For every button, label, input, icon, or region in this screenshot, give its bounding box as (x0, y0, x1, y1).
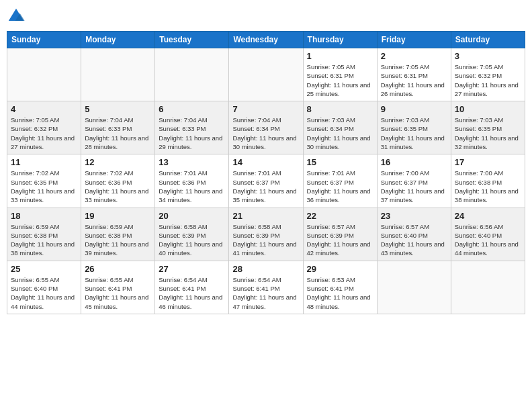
calendar-cell: 26Sunrise: 6:55 AM Sunset: 6:41 PM Dayli… (81, 261, 155, 314)
calendar-cell: 29Sunrise: 6:53 AM Sunset: 6:41 PM Dayli… (303, 261, 377, 314)
day-info: Sunrise: 7:02 AM Sunset: 6:35 PM Dayligh… (11, 169, 77, 204)
calendar-header-row: SundayMondayTuesdayWednesdayThursdayFrid… (7, 32, 525, 48)
calendar-cell: 21Sunrise: 6:58 AM Sunset: 6:39 PM Dayli… (229, 208, 303, 261)
day-number: 8 (307, 104, 373, 114)
day-number: 24 (455, 211, 521, 221)
day-info: Sunrise: 7:05 AM Sunset: 6:32 PM Dayligh… (455, 62, 521, 98)
calendar-cell (229, 48, 303, 101)
calendar-cell: 9Sunrise: 7:03 AM Sunset: 6:35 PM Daylig… (377, 101, 451, 154)
calendar-cell: 17Sunrise: 7:00 AM Sunset: 6:38 PM Dayli… (451, 154, 525, 208)
calendar-cell: 10Sunrise: 7:03 AM Sunset: 6:35 PM Dayli… (451, 101, 525, 154)
calendar-cell (451, 261, 525, 314)
day-info: Sunrise: 6:55 AM Sunset: 6:41 PM Dayligh… (85, 275, 151, 311)
calendar-cell: 27Sunrise: 6:54 AM Sunset: 6:41 PM Dayli… (155, 261, 229, 314)
day-info: Sunrise: 6:54 AM Sunset: 6:41 PM Dayligh… (232, 275, 299, 311)
day-number: 14 (232, 157, 299, 167)
calendar-cell: 13Sunrise: 7:01 AM Sunset: 6:36 PM Dayli… (155, 154, 229, 208)
calendar-page: SundayMondayTuesdayWednesdayThursdayFrid… (0, 0, 532, 411)
calendar-cell: 7Sunrise: 7:04 AM Sunset: 6:34 PM Daylig… (229, 101, 303, 154)
day-number: 9 (381, 104, 447, 114)
day-number: 29 (307, 264, 373, 274)
day-number: 21 (232, 211, 299, 221)
calendar-cell: 16Sunrise: 7:00 AM Sunset: 6:37 PM Dayli… (377, 154, 451, 208)
day-header-saturday: Saturday (451, 32, 525, 48)
day-info: Sunrise: 7:00 AM Sunset: 6:38 PM Dayligh… (455, 169, 521, 204)
day-info: Sunrise: 6:55 AM Sunset: 6:40 PM Dayligh… (11, 275, 77, 311)
day-info: Sunrise: 7:03 AM Sunset: 6:34 PM Dayligh… (307, 116, 373, 151)
calendar-cell: 14Sunrise: 7:01 AM Sunset: 6:37 PM Dayli… (229, 154, 303, 208)
day-info: Sunrise: 6:58 AM Sunset: 6:39 PM Dayligh… (159, 222, 225, 258)
day-header-wednesday: Wednesday (229, 32, 303, 48)
day-number: 3 (455, 51, 521, 61)
day-number: 17 (455, 157, 521, 167)
calendar-week-row: 18Sunrise: 6:59 AM Sunset: 6:38 PM Dayli… (7, 208, 525, 261)
day-info: Sunrise: 6:56 AM Sunset: 6:40 PM Dayligh… (455, 222, 521, 258)
day-info: Sunrise: 6:59 AM Sunset: 6:38 PM Dayligh… (11, 222, 77, 258)
logo (7, 7, 28, 26)
day-info: Sunrise: 7:04 AM Sunset: 6:34 PM Dayligh… (232, 116, 299, 151)
day-number: 18 (11, 211, 77, 221)
calendar-cell: 6Sunrise: 7:04 AM Sunset: 6:33 PM Daylig… (155, 101, 229, 154)
calendar-cell: 3Sunrise: 7:05 AM Sunset: 6:32 PM Daylig… (451, 48, 525, 101)
day-number: 13 (159, 157, 225, 167)
day-number: 16 (381, 157, 447, 167)
calendar-cell (377, 261, 451, 314)
day-info: Sunrise: 7:04 AM Sunset: 6:33 PM Dayligh… (159, 116, 225, 151)
day-number: 22 (307, 211, 373, 221)
day-number: 26 (85, 264, 151, 274)
day-number: 10 (455, 104, 521, 114)
day-info: Sunrise: 7:01 AM Sunset: 6:37 PM Dayligh… (307, 169, 373, 204)
day-info: Sunrise: 6:54 AM Sunset: 6:41 PM Dayligh… (159, 275, 225, 311)
day-number: 1 (307, 51, 373, 61)
calendar-cell: 20Sunrise: 6:58 AM Sunset: 6:39 PM Dayli… (155, 208, 229, 261)
calendar-cell: 2Sunrise: 7:05 AM Sunset: 6:31 PM Daylig… (377, 48, 451, 101)
calendar-cell: 5Sunrise: 7:04 AM Sunset: 6:33 PM Daylig… (81, 101, 155, 154)
day-header-thursday: Thursday (303, 32, 377, 48)
calendar-cell: 11Sunrise: 7:02 AM Sunset: 6:35 PM Dayli… (7, 154, 81, 208)
day-header-sunday: Sunday (7, 32, 81, 48)
day-info: Sunrise: 6:57 AM Sunset: 6:39 PM Dayligh… (307, 222, 373, 258)
day-info: Sunrise: 6:59 AM Sunset: 6:38 PM Dayligh… (85, 222, 151, 258)
calendar-week-row: 4Sunrise: 7:05 AM Sunset: 6:32 PM Daylig… (7, 101, 525, 154)
day-info: Sunrise: 7:00 AM Sunset: 6:37 PM Dayligh… (381, 169, 447, 204)
day-number: 19 (85, 211, 151, 221)
calendar-table: SundayMondayTuesdayWednesdayThursdayFrid… (7, 31, 525, 314)
day-info: Sunrise: 7:05 AM Sunset: 6:31 PM Dayligh… (307, 62, 373, 98)
calendar-cell: 28Sunrise: 6:54 AM Sunset: 6:41 PM Dayli… (229, 261, 303, 314)
day-number: 15 (307, 157, 373, 167)
day-info: Sunrise: 7:01 AM Sunset: 6:36 PM Dayligh… (159, 169, 225, 204)
calendar-cell: 4Sunrise: 7:05 AM Sunset: 6:32 PM Daylig… (7, 101, 81, 154)
day-info: Sunrise: 6:57 AM Sunset: 6:40 PM Dayligh… (381, 222, 447, 258)
day-number: 20 (159, 211, 225, 221)
calendar-cell: 12Sunrise: 7:02 AM Sunset: 6:36 PM Dayli… (81, 154, 155, 208)
calendar-week-row: 25Sunrise: 6:55 AM Sunset: 6:40 PM Dayli… (7, 261, 525, 314)
day-info: Sunrise: 7:05 AM Sunset: 6:31 PM Dayligh… (381, 62, 447, 98)
calendar-week-row: 11Sunrise: 7:02 AM Sunset: 6:35 PM Dayli… (7, 154, 525, 208)
day-number: 6 (159, 104, 225, 114)
day-header-tuesday: Tuesday (155, 32, 229, 48)
header (7, 7, 525, 26)
logo-icon (7, 7, 26, 26)
day-info: Sunrise: 6:53 AM Sunset: 6:41 PM Dayligh… (307, 275, 373, 311)
day-number: 7 (232, 104, 299, 114)
day-number: 27 (159, 264, 225, 274)
calendar-cell (155, 48, 229, 101)
day-info: Sunrise: 7:01 AM Sunset: 6:37 PM Dayligh… (232, 169, 299, 204)
day-number: 25 (11, 264, 77, 274)
calendar-cell: 1Sunrise: 7:05 AM Sunset: 6:31 PM Daylig… (303, 48, 377, 101)
calendar-cell: 23Sunrise: 6:57 AM Sunset: 6:40 PM Dayli… (377, 208, 451, 261)
calendar-cell: 25Sunrise: 6:55 AM Sunset: 6:40 PM Dayli… (7, 261, 81, 314)
day-number: 2 (381, 51, 447, 61)
calendar-cell: 22Sunrise: 6:57 AM Sunset: 6:39 PM Dayli… (303, 208, 377, 261)
calendar-week-row: 1Sunrise: 7:05 AM Sunset: 6:31 PM Daylig… (7, 48, 525, 101)
day-info: Sunrise: 7:04 AM Sunset: 6:33 PM Dayligh… (85, 116, 151, 151)
day-info: Sunrise: 7:03 AM Sunset: 6:35 PM Dayligh… (455, 116, 521, 151)
day-number: 11 (11, 157, 77, 167)
day-header-friday: Friday (377, 32, 451, 48)
day-number: 23 (381, 211, 447, 221)
day-number: 12 (85, 157, 151, 167)
day-number: 4 (11, 104, 77, 114)
calendar-cell: 24Sunrise: 6:56 AM Sunset: 6:40 PM Dayli… (451, 208, 525, 261)
calendar-cell: 15Sunrise: 7:01 AM Sunset: 6:37 PM Dayli… (303, 154, 377, 208)
calendar-cell (81, 48, 155, 101)
